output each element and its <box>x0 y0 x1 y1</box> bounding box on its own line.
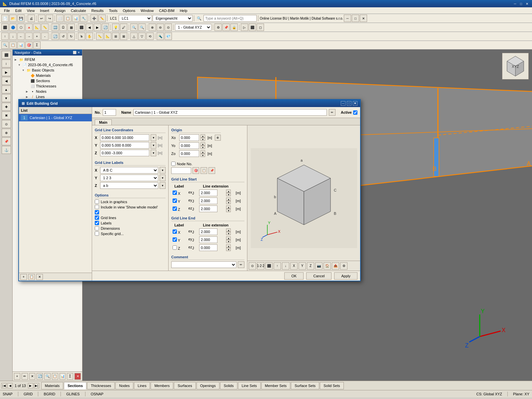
menu-edit[interactable]: Edit <box>13 8 24 13</box>
tb2-13[interactable]: 🔄 <box>102 24 109 31</box>
preview-snap2-btn[interactable]: ↓ <box>282 262 289 270</box>
menu-window[interactable]: Window <box>138 8 156 13</box>
ge-z-down[interactable]: ▼ <box>226 248 231 251</box>
bottom-tab-lines[interactable]: Lines <box>134 382 150 389</box>
tb2-25[interactable]: ⬛ <box>249 24 256 31</box>
ok-button[interactable]: OK <box>284 272 304 280</box>
menu-calculate[interactable]: Calculate <box>68 8 89 13</box>
tb3-15[interactable]: ⊠ <box>120 33 127 40</box>
origin-zo-input[interactable] <box>179 150 199 157</box>
3d-cube-nav[interactable]: XYZ <box>502 53 529 79</box>
tb4-3[interactable]: 📊 <box>17 42 25 49</box>
tb2-8[interactable]: Ω <box>60 24 67 31</box>
tb2-1[interactable]: ⬛ <box>1 24 9 31</box>
tb2-18[interactable]: ⊕ <box>149 24 156 31</box>
ge-x-value[interactable] <box>199 228 217 235</box>
gs-z-value[interactable] <box>199 205 217 212</box>
maximize-button[interactable]: □ <box>519 1 523 6</box>
tb3-4[interactable]: → <box>25 33 33 40</box>
origin-coord-btn[interactable]: ⊕ <box>215 135 221 141</box>
dock-btn-9[interactable]: ⊙ <box>2 120 11 128</box>
label-y-dropdown[interactable]: ▼ <box>160 175 166 181</box>
tb3-11[interactable]: ✋ <box>86 33 93 40</box>
tab-next-btn[interactable]: ▶ <box>28 383 33 388</box>
tb3-18[interactable]: ⟲ <box>146 33 154 40</box>
save-btn[interactable]: 💾 <box>17 15 25 22</box>
tb3-13[interactable]: 📐 <box>104 33 111 40</box>
tab-last-btn[interactable]: ▶| <box>34 383 39 388</box>
preview-reset-btn[interactable]: ⊙ <box>249 262 256 270</box>
tb3-14[interactable]: ⊞ <box>112 33 119 40</box>
tb2-26[interactable]: ◻ <box>257 24 264 31</box>
nav-close-btn[interactable]: ✕ <box>77 51 80 54</box>
tb2-9[interactable]: ▦ <box>67 24 75 31</box>
opt-dimensions-checkbox[interactable] <box>95 226 99 230</box>
tb-btn-2[interactable]: 📋 <box>64 15 71 22</box>
tb4-4[interactable]: 🎯 <box>25 42 33 49</box>
nav-table-btn[interactable]: 📊 <box>60 373 66 380</box>
preview-export-btn[interactable]: 📤 <box>332 262 339 270</box>
nav-delete-btn[interactable]: ✕ <box>29 373 36 380</box>
origin-zo-up[interactable]: ▲ <box>200 150 205 154</box>
nav-basic-objects[interactable]: ▼ 📁 Basic Objects <box>14 67 81 73</box>
tb-btn-3[interactable]: 📊 <box>72 15 79 22</box>
label-z-dropdown[interactable]: ▼ <box>160 182 166 189</box>
tb2-7[interactable]: 🔤 <box>52 24 59 31</box>
tb-close-btn[interactable]: ✕ <box>360 15 367 22</box>
bottom-tab-members[interactable]: Members <box>151 382 173 389</box>
gs-y-value[interactable] <box>199 198 217 204</box>
tb3-5[interactable]: + <box>33 33 41 40</box>
nav-item-nodes[interactable]: ▶ • Nodes <box>14 89 81 94</box>
gs-y-up[interactable]: ▲ <box>226 198 231 201</box>
ge-x-down[interactable]: ▼ <box>226 232 231 235</box>
preview-more-btn[interactable]: ⚙ <box>340 262 347 270</box>
nav-restore-btn[interactable]: ⬜ <box>73 51 76 54</box>
opt-specific-checkbox[interactable] <box>95 231 99 236</box>
open-btn[interactable]: 📂 <box>9 15 17 22</box>
preview-cam-btn[interactable]: 📷 <box>315 262 323 270</box>
minimize-button[interactable]: ─ <box>513 1 517 6</box>
tb2-19[interactable]: ⊖ <box>157 24 164 31</box>
tab-prev-btn[interactable]: ◀ <box>7 383 13 388</box>
tb4-1[interactable]: 🔍 <box>1 42 9 49</box>
node-no-copy-btn[interactable]: 📋 <box>200 167 207 174</box>
edit-building-grid-dialog[interactable]: ⊞ Edit Building Grid ─ □ ✕ List 1 Cartes… <box>18 99 361 281</box>
tb3-9[interactable]: ↻ <box>67 33 75 40</box>
menu-help[interactable]: Help <box>177 8 190 13</box>
tb2-15[interactable]: 🖊 <box>120 24 127 31</box>
nav-item-materials[interactable]: 🔶 Materials <box>14 73 81 78</box>
node-no-input[interactable] <box>171 167 191 174</box>
bottom-tab-nodes[interactable]: Nodes <box>115 382 133 389</box>
tb4-5[interactable]: Σ <box>33 42 41 49</box>
preview-z-btn[interactable]: Z <box>307 262 314 270</box>
tb3-20[interactable]: 💎 <box>165 33 172 40</box>
ge-y-down[interactable]: ▼ <box>226 240 231 243</box>
dock-btn-7[interactable]: ✚ <box>2 103 11 111</box>
gs-x-up[interactable]: ▲ <box>226 190 231 193</box>
nav-item-sections[interactable]: ⬛ Sections <box>14 78 81 83</box>
undo-btn[interactable]: ↩ <box>38 15 45 22</box>
bottom-tab-membersets[interactable]: Member Sets <box>261 382 290 389</box>
menu-results[interactable]: Results <box>89 8 106 13</box>
name-input[interactable] <box>133 109 327 116</box>
dock-btn-8[interactable]: ✖ <box>2 111 11 119</box>
preview-view-btn[interactable]: ⬛ <box>265 262 273 270</box>
opt-include-checkbox[interactable] <box>95 205 99 209</box>
gs-x-value[interactable] <box>199 190 217 196</box>
origin-yo-down[interactable]: ▼ <box>200 146 205 149</box>
tb2-11[interactable]: ◀ <box>86 24 93 31</box>
gs-y-down[interactable]: ▼ <box>226 201 231 204</box>
cancel-button[interactable]: Cancel <box>306 272 332 280</box>
menu-options[interactable]: Options <box>120 8 138 13</box>
node-no-pick-btn[interactable]: 🎯 <box>193 167 199 174</box>
origin-xo-up[interactable]: ▲ <box>200 134 205 138</box>
dialog-minimize-btn[interactable]: ─ <box>341 101 345 106</box>
nav-calc-btn[interactable]: Σ <box>67 373 73 380</box>
new-btn[interactable]: 📄 <box>1 15 9 22</box>
dock-btn-12[interactable]: ⚓ <box>2 146 11 154</box>
tb3-2[interactable]: ↓ <box>9 33 17 40</box>
list-delete-btn[interactable]: ✕ <box>36 274 43 280</box>
tb3-3[interactable]: ← <box>17 33 25 40</box>
dock-btn-10[interactable]: ⊕ <box>2 129 11 137</box>
ge-z-value[interactable] <box>199 244 217 251</box>
